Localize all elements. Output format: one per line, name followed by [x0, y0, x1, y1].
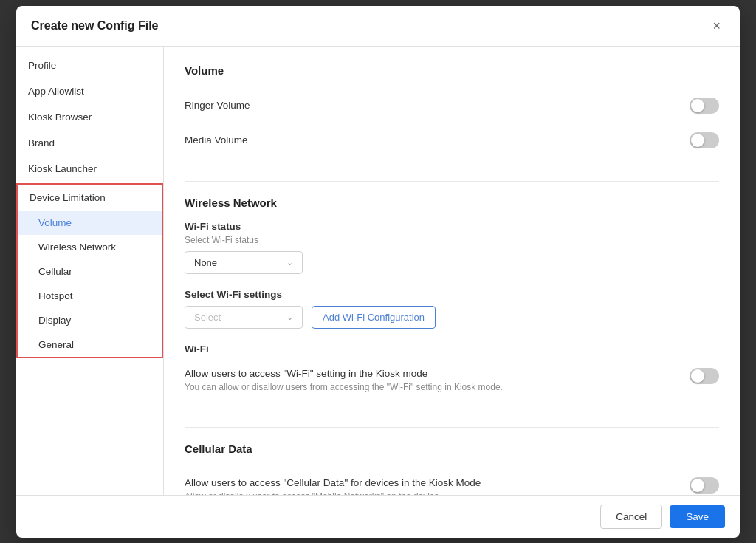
cancel-button[interactable]: Cancel [600, 505, 662, 529]
modal-container: Create new Config File × Profile App All… [16, 6, 740, 538]
sidebar-item-display[interactable]: Display [18, 308, 162, 332]
cellular-section-title: Cellular Data [185, 443, 719, 455]
wireless-section-title: Wireless Network [185, 197, 719, 209]
sidebar-item-hotspot[interactable]: Hotspot [18, 284, 162, 308]
chevron-down-icon-2: ⌄ [286, 313, 293, 322]
chevron-down-icon: ⌄ [286, 258, 293, 267]
modal-title: Create new Config File [31, 19, 158, 33]
device-limitation-box: Device Limitation Volume Wireless Networ… [16, 183, 163, 358]
media-volume-row: Media Volume [185, 123, 719, 157]
ringer-volume-label: Ringer Volume [185, 100, 250, 111]
sidebar: Profile App Allowlist Kiosk Browser Bran… [16, 47, 164, 495]
modal-body: Profile App Allowlist Kiosk Browser Bran… [16, 47, 740, 495]
sidebar-item-cellular[interactable]: Cellular [18, 259, 162, 284]
wifi-settings-title: Select Wi-Fi settings [185, 289, 719, 300]
cellular-row: Allow users to access "Cellular Data" fo… [185, 477, 719, 495]
modal-footer: Cancel Save [16, 495, 740, 538]
wifi-kiosk-text: Allow users to access "Wi-Fi" setting in… [185, 368, 503, 392]
volume-section-title: Volume [185, 64, 719, 77]
wifi-status-selected: None [194, 257, 217, 268]
sidebar-item-general[interactable]: General [18, 332, 162, 357]
wifi-settings-dropdown[interactable]: Select ⌄ [185, 306, 303, 329]
separator-1 [185, 181, 719, 182]
cellular-block: Allow users to access "Cellular Data" fo… [185, 467, 719, 495]
wifi-status-sublabel: Select Wi-Fi status [185, 235, 719, 245]
modal-overlay: Create new Config File × Profile App All… [0, 0, 756, 543]
wifi-status-block: Wi-Fi status Select Wi-Fi status None ⌄ [185, 221, 719, 274]
wifi-kiosk-desc: You can allow or disallow users from acc… [185, 382, 503, 392]
wifi-kiosk-section-title: Wi-Fi [185, 344, 719, 355]
wifi-settings-block: Select Wi-Fi settings Select ⌄ Add Wi-Fi… [185, 289, 719, 329]
wifi-kiosk-label: Allow users to access "Wi-Fi" setting in… [185, 368, 503, 379]
sidebar-item-kiosk-launcher[interactable]: Kiosk Launcher [16, 156, 163, 182]
wifi-kiosk-section: Wi-Fi [185, 344, 719, 355]
wireless-network-section: Wireless Network Wi-Fi status Select Wi-… [185, 197, 719, 403]
ringer-volume-toggle[interactable] [690, 98, 719, 114]
sidebar-item-wireless-network[interactable]: Wireless Network [18, 235, 162, 259]
sidebar-item-profile[interactable]: Profile [16, 52, 163, 78]
cellular-text: Allow users to access "Cellular Data" fo… [185, 477, 481, 495]
media-volume-toggle[interactable] [690, 132, 719, 148]
volume-section: Volume Ringer Volume Media Volume [185, 64, 719, 157]
modal-header: Create new Config File × [16, 6, 740, 47]
wifi-kiosk-toggle[interactable] [690, 368, 719, 384]
wifi-settings-row: Select ⌄ Add Wi-Fi Configuration [185, 306, 719, 329]
sidebar-item-volume[interactable]: Volume [18, 211, 162, 235]
wifi-status-dropdown[interactable]: None ⌄ [185, 251, 303, 274]
sidebar-item-kiosk-browser[interactable]: Kiosk Browser [16, 104, 163, 130]
separator-2 [185, 427, 719, 428]
cellular-section: Cellular Data Allow users to access "Cel… [185, 443, 719, 495]
sidebar-item-app-allowlist[interactable]: App Allowlist [16, 78, 163, 104]
wifi-kiosk-row: Allow users to access "Wi-Fi" setting in… [185, 368, 719, 392]
wifi-settings-placeholder: Select [194, 312, 221, 323]
ringer-volume-row: Ringer Volume [185, 89, 719, 123]
sidebar-item-device-limitation[interactable]: Device Limitation [18, 185, 162, 211]
wifi-status-title: Wi-Fi status [185, 221, 719, 232]
wifi-kiosk-block: Allow users to access "Wi-Fi" setting in… [185, 358, 719, 403]
close-button[interactable]: × [708, 18, 725, 34]
cellular-label: Allow users to access "Cellular Data" fo… [185, 477, 481, 488]
media-volume-label: Media Volume [185, 134, 248, 146]
save-button[interactable]: Save [670, 505, 725, 528]
add-wifi-button[interactable]: Add Wi-Fi Configuration [312, 306, 436, 329]
main-content: Volume Ringer Volume Media Volume Wirele… [164, 47, 740, 495]
sidebar-item-brand[interactable]: Brand [16, 130, 163, 156]
cellular-toggle[interactable] [690, 477, 719, 494]
